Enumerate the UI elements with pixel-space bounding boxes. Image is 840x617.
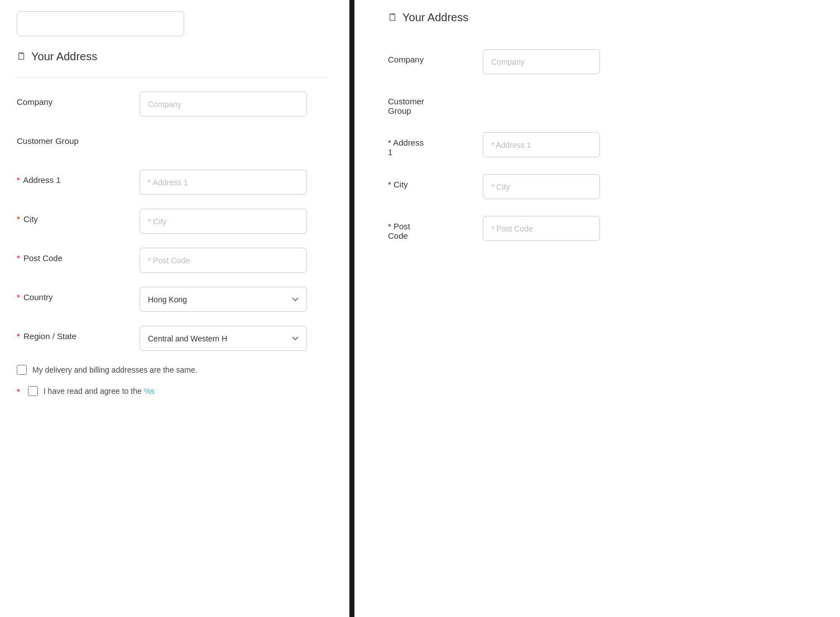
region-required: * — [17, 331, 20, 341]
country-label: * Country — [17, 287, 140, 302]
customer-group-label: Customer Group — [17, 131, 140, 146]
country-required: * — [17, 292, 20, 302]
postcode-field — [140, 248, 327, 273]
right-address1-label: * Address 1 — [388, 132, 466, 157]
right-company-row: Company — [388, 49, 818, 74]
postcode-row: * Post Code — [17, 248, 327, 276]
right-city-required: * — [388, 180, 391, 189]
agree-terms-row: * I have read and agree to the %s — [17, 386, 327, 396]
top-partial-input — [17, 11, 327, 36]
address1-required: * — [17, 175, 20, 185]
company-label: Company — [17, 91, 140, 107]
city-field — [140, 209, 327, 234]
right-company-label: Company — [388, 49, 466, 64]
right-company-field — [483, 49, 818, 74]
address1-row: * Address 1 — [17, 170, 327, 197]
right-city-row: * City — [388, 174, 818, 199]
agree-label: I have read and agree to the %s — [44, 387, 155, 396]
right-address1-input[interactable] — [483, 132, 600, 157]
city-input[interactable] — [140, 209, 307, 234]
right-city-input[interactable] — [483, 174, 600, 199]
right-postcode-input[interactable] — [483, 216, 600, 241]
left-section-title: Your Address — [31, 50, 97, 63]
country-select[interactable]: Hong Kong — [140, 287, 307, 312]
postcode-required: * — [17, 253, 20, 263]
right-customer-group-label: Customer Group — [388, 91, 466, 115]
right-city-label: * City — [388, 174, 466, 189]
same-address-label: My delivery and billing addresses are th… — [32, 365, 198, 374]
right-address1-field — [483, 132, 818, 157]
top-partial-field[interactable] — [17, 11, 184, 36]
company-input[interactable] — [140, 91, 307, 117]
right-section-title: Your Address — [402, 11, 468, 24]
right-postcode-field — [483, 216, 818, 241]
right-postcode-row: * Post Code — [388, 216, 818, 241]
postcode-input[interactable] — [140, 248, 307, 273]
right-city-field — [483, 174, 818, 199]
postcode-label: * Post Code — [17, 248, 140, 263]
agree-checkbox[interactable] — [28, 386, 38, 396]
region-label: * Region / State — [17, 326, 140, 341]
agree-required: * — [17, 387, 20, 396]
city-row: * City — [17, 209, 327, 237]
region-field: Central and Western H — [140, 326, 327, 351]
right-section-header: 🗒 Your Address — [388, 11, 818, 27]
right-panel: 🗒 Your Address Company Customer Group * — [354, 0, 840, 617]
city-required: * — [17, 214, 20, 224]
right-address1-row: * Address 1 — [388, 132, 818, 157]
company-field — [140, 91, 327, 117]
customer-group-row: Customer Group — [17, 131, 327, 158]
right-customer-group-row: Customer Group — [388, 91, 818, 115]
address-book-icon: 🗒 — [17, 51, 27, 62]
company-row: Company — [17, 91, 327, 119]
right-address-book-icon: 🗒 — [388, 12, 398, 23]
left-panel: 🗒 Your Address Company Customer Group * … — [0, 0, 352, 617]
address1-label: * Address 1 — [17, 170, 140, 185]
region-row: * Region / State Central and Western H — [17, 326, 327, 354]
section-divider — [17, 77, 327, 78]
region-select[interactable]: Central and Western H — [140, 326, 307, 351]
address1-input[interactable] — [140, 170, 307, 195]
country-row: * Country Hong Kong — [17, 287, 327, 315]
right-company-input[interactable] — [483, 49, 600, 74]
right-address1-required: * — [388, 138, 391, 147]
right-postcode-required: * — [388, 221, 391, 231]
left-section-header: 🗒 Your Address — [17, 50, 327, 66]
country-field: Hong Kong — [140, 287, 327, 312]
city-label: * City — [17, 209, 140, 224]
same-address-checkbox[interactable] — [17, 365, 27, 375]
right-postcode-label: * Post Code — [388, 216, 466, 240]
terms-link[interactable]: %s — [144, 387, 155, 396]
address1-field — [140, 170, 327, 195]
same-address-row: My delivery and billing addresses are th… — [17, 365, 327, 375]
